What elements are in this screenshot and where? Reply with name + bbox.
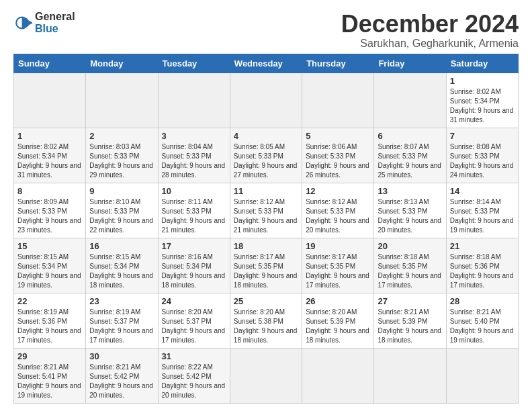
day-number: 10 [162, 186, 226, 196]
calendar-cell: 6Sunrise: 8:07 AMSunset: 5:33 PMDaylight… [374, 128, 446, 183]
day-info: Sunrise: 8:06 AMSunset: 5:33 PMDaylight:… [306, 143, 369, 179]
day-info: Sunrise: 8:20 AMSunset: 5:37 PMDaylight:… [162, 308, 226, 344]
title-block: December 2024 Sarukhan, Gegharkunik, Arm… [341, 11, 519, 50]
calendar-cell: 4Sunrise: 8:05 AMSunset: 5:33 PMDaylight… [230, 128, 302, 183]
day-number: 1 [17, 131, 82, 141]
header-cell-monday: Monday [86, 54, 158, 73]
calendar-cell: 1Sunrise: 8:02 AMSunset: 5:34 PMDaylight… [446, 73, 518, 128]
calendar-cell: 16Sunrise: 8:15 AMSunset: 5:34 PMDayligh… [86, 238, 158, 293]
day-number: 2 [89, 131, 154, 141]
day-number: 16 [89, 241, 154, 251]
calendar-cell: 30Sunrise: 8:21 AMSunset: 5:42 PMDayligh… [86, 348, 158, 403]
logo-icon [13, 13, 32, 32]
logo: General Blue [13, 11, 75, 34]
day-number: 13 [378, 186, 442, 196]
day-number: 23 [89, 296, 154, 306]
header-cell-sunday: Sunday [14, 54, 86, 73]
calendar-table: SundayMondayTuesdayWednesdayThursdayFrid… [13, 54, 519, 404]
calendar-cell: 5Sunrise: 8:06 AMSunset: 5:33 PMDaylight… [302, 128, 374, 183]
day-number: 17 [162, 241, 226, 251]
calendar-cell: 14Sunrise: 8:14 AMSunset: 5:33 PMDayligh… [446, 183, 518, 238]
day-number: 30 [89, 351, 154, 361]
day-number: 8 [17, 186, 82, 196]
header: General Blue December 2024 Sarukhan, Geg… [13, 11, 519, 50]
day-info: Sunrise: 8:13 AMSunset: 5:33 PMDaylight:… [378, 198, 441, 234]
day-number: 21 [450, 241, 515, 251]
calendar-cell [14, 73, 86, 128]
calendar-cell: 21Sunrise: 8:18 AMSunset: 5:36 PMDayligh… [446, 238, 518, 293]
day-info: Sunrise: 8:21 AMSunset: 5:39 PMDaylight:… [378, 308, 441, 344]
day-info: Sunrise: 8:04 AMSunset: 5:33 PMDaylight:… [162, 143, 226, 179]
calendar-cell: 9Sunrise: 8:10 AMSunset: 5:33 PMDaylight… [86, 183, 158, 238]
calendar-cell: 22Sunrise: 8:19 AMSunset: 5:36 PMDayligh… [14, 293, 86, 348]
day-number: 9 [89, 186, 154, 196]
day-number: 6 [378, 131, 442, 141]
day-info: Sunrise: 8:11 AMSunset: 5:33 PMDaylight:… [162, 198, 226, 234]
calendar-cell [86, 73, 158, 128]
header-cell-friday: Friday [374, 54, 446, 73]
calendar-cell: 1Sunrise: 8:02 AMSunset: 5:34 PMDaylight… [14, 128, 86, 183]
calendar-cell: 7Sunrise: 8:08 AMSunset: 5:33 PMDaylight… [446, 128, 518, 183]
header-cell-thursday: Thursday [302, 54, 374, 73]
calendar-cell: 19Sunrise: 8:17 AMSunset: 5:35 PMDayligh… [302, 238, 374, 293]
calendar-cell: 18Sunrise: 8:17 AMSunset: 5:35 PMDayligh… [230, 238, 302, 293]
calendar-row: 29Sunrise: 8:21 AMSunset: 5:41 PMDayligh… [14, 348, 519, 403]
day-info: Sunrise: 8:20 AMSunset: 5:38 PMDaylight:… [234, 308, 298, 344]
header-cell-tuesday: Tuesday [158, 54, 230, 73]
calendar-cell: 8Sunrise: 8:09 AMSunset: 5:33 PMDaylight… [14, 183, 86, 238]
day-info: Sunrise: 8:14 AMSunset: 5:33 PMDaylight:… [450, 198, 514, 234]
calendar-page: General Blue December 2024 Sarukhan, Geg… [0, 0, 532, 410]
day-number: 18 [234, 241, 298, 251]
calendar-cell [158, 73, 230, 128]
logo-blue: Blue [35, 23, 75, 35]
day-number: 4 [234, 131, 298, 141]
main-title: December 2024 [341, 11, 519, 38]
logo-text: General Blue [35, 11, 75, 34]
day-number: 15 [17, 241, 82, 251]
day-info: Sunrise: 8:16 AMSunset: 5:34 PMDaylight:… [162, 253, 226, 289]
day-number: 31 [162, 351, 226, 361]
day-info: Sunrise: 8:18 AMSunset: 5:35 PMDaylight:… [378, 253, 441, 289]
calendar-cell [374, 348, 446, 403]
day-info: Sunrise: 8:18 AMSunset: 5:36 PMDaylight:… [450, 253, 514, 289]
day-info: Sunrise: 8:08 AMSunset: 5:33 PMDaylight:… [450, 143, 514, 179]
calendar-cell: 27Sunrise: 8:21 AMSunset: 5:39 PMDayligh… [374, 293, 446, 348]
calendar-cell: 3Sunrise: 8:04 AMSunset: 5:33 PMDaylight… [158, 128, 230, 183]
calendar-row: 1Sunrise: 8:02 AMSunset: 5:34 PMDaylight… [14, 73, 519, 128]
day-number: 28 [450, 296, 515, 306]
day-number: 14 [450, 186, 515, 196]
day-info: Sunrise: 8:09 AMSunset: 5:33 PMDaylight:… [17, 198, 81, 234]
calendar-cell [302, 348, 374, 403]
day-info: Sunrise: 8:02 AMSunset: 5:34 PMDaylight:… [17, 143, 81, 179]
calendar-cell: 31Sunrise: 8:22 AMSunset: 5:42 PMDayligh… [158, 348, 230, 403]
day-number: 26 [306, 296, 370, 306]
day-number: 20 [378, 241, 442, 251]
calendar-cell: 24Sunrise: 8:20 AMSunset: 5:37 PMDayligh… [158, 293, 230, 348]
day-info: Sunrise: 8:21 AMSunset: 5:41 PMDaylight:… [17, 363, 81, 399]
calendar-cell: 28Sunrise: 8:21 AMSunset: 5:40 PMDayligh… [446, 293, 518, 348]
day-number: 3 [162, 131, 226, 141]
calendar-cell: 20Sunrise: 8:18 AMSunset: 5:35 PMDayligh… [374, 238, 446, 293]
svg-marker-1 [28, 19, 32, 25]
day-number: 19 [306, 241, 370, 251]
day-info: Sunrise: 8:22 AMSunset: 5:42 PMDaylight:… [162, 363, 226, 399]
subtitle: Sarukhan, Gegharkunik, Armenia [341, 38, 519, 50]
calendar-cell [230, 73, 302, 128]
day-info: Sunrise: 8:12 AMSunset: 5:33 PMDaylight:… [306, 198, 369, 234]
day-number: 11 [234, 186, 298, 196]
day-number: 29 [17, 351, 82, 361]
calendar-cell: 12Sunrise: 8:12 AMSunset: 5:33 PMDayligh… [302, 183, 374, 238]
header-row: SundayMondayTuesdayWednesdayThursdayFrid… [14, 54, 519, 73]
day-info: Sunrise: 8:15 AMSunset: 5:34 PMDaylight:… [89, 253, 153, 289]
day-info: Sunrise: 8:05 AMSunset: 5:33 PMDaylight:… [234, 143, 298, 179]
calendar-cell: 17Sunrise: 8:16 AMSunset: 5:34 PMDayligh… [158, 238, 230, 293]
day-number: 5 [306, 131, 370, 141]
logo-general: General [35, 11, 75, 23]
day-info: Sunrise: 8:03 AMSunset: 5:33 PMDaylight:… [89, 143, 153, 179]
calendar-cell: 2Sunrise: 8:03 AMSunset: 5:33 PMDaylight… [86, 128, 158, 183]
day-number: 27 [378, 296, 442, 306]
calendar-row: 8Sunrise: 8:09 AMSunset: 5:33 PMDaylight… [14, 183, 519, 238]
calendar-cell: 10Sunrise: 8:11 AMSunset: 5:33 PMDayligh… [158, 183, 230, 238]
calendar-cell: 29Sunrise: 8:21 AMSunset: 5:41 PMDayligh… [14, 348, 86, 403]
calendar-cell [302, 73, 374, 128]
